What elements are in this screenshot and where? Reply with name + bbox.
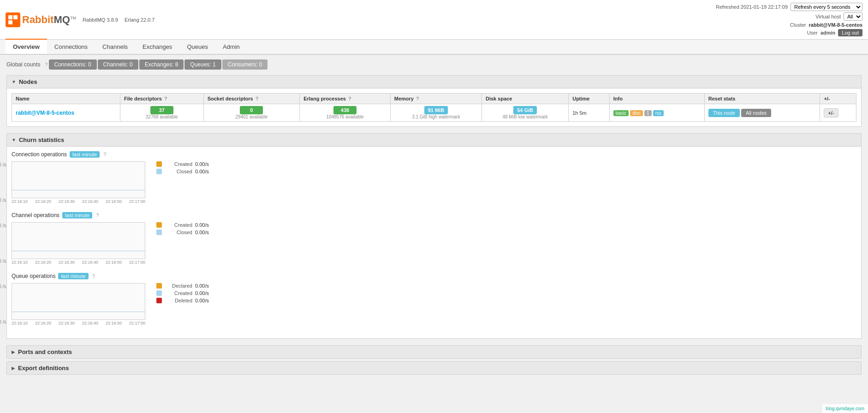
q-deleted-label: Deleted <box>165 298 192 303</box>
chan-y-top: 1.0 /s <box>0 223 6 228</box>
queue-ops-tag: last minute <box>58 273 88 279</box>
created-color <box>156 161 162 167</box>
q-y-bot: 0.0 /s <box>0 319 6 324</box>
ports-section: ▶ Ports and contexts <box>6 345 862 359</box>
tab-overview[interactable]: Overview <box>6 39 47 54</box>
conn-x-labels: 22:16:10 22:16:20 22:16:30 22:16:40 22:1… <box>12 199 145 204</box>
connections-badge[interactable]: Connections: 0 <box>49 59 97 70</box>
disk-sub: 48 MiB low watermark <box>486 114 565 119</box>
chan-created-value: 0.00/s <box>195 222 209 228</box>
vhost-select[interactable]: All <box>844 12 862 21</box>
tab-channels[interactable]: Channels <box>95 40 135 54</box>
logo-text: RabbitMQTM <box>22 14 76 26</box>
tab-exchanges[interactable]: Exchanges <box>135 40 179 54</box>
table-row: rabbit@VM-8-5-centos 37 32768 available … <box>12 104 856 122</box>
chart-watermark-line <box>12 190 145 190</box>
rabbitmq-version: RabbitMQ 3.8.9 <box>83 17 118 23</box>
chan-legend-created: Created 0.00/s <box>156 222 209 228</box>
export-section-header[interactable]: ▶ Export definitions <box>7 362 861 374</box>
tag-1: 1 <box>644 110 652 116</box>
main-content: Global counts ? Connections: 0 Channels:… <box>0 55 868 382</box>
churn-section: ▼ Churn statistics Connection operations… <box>6 133 862 339</box>
logo: RabbitMQTM <box>6 12 76 27</box>
ports-section-header[interactable]: ▶ Ports and contexts <box>7 346 861 358</box>
churn-section-header[interactable]: ▼ Churn statistics <box>7 134 861 147</box>
tab-admin[interactable]: Admin <box>215 40 247 54</box>
socket-desc-cell: 0 29401 available <box>203 104 300 122</box>
conn-y-top: 1.0 /s <box>0 162 6 167</box>
col-uptime: Uptime <box>569 94 610 104</box>
q-declared-value: 0.00/s <box>195 283 209 289</box>
user-row: User admin Log out <box>807 29 862 36</box>
queue-ops-block: Queue operations last minute ? 1.0 /s 0.… <box>12 273 856 325</box>
global-counts-help[interactable]: ? <box>45 62 48 67</box>
uptime-value: 1h 5m <box>572 110 587 116</box>
erlang-version: Erlang 22.0.7 <box>125 17 155 23</box>
queue-ops-layout: 1.0 /s 0.0 /s 22:16:10 22:16:20 22:16:30… <box>12 283 856 325</box>
erlang-proc-sub: 1048576 available <box>303 114 386 119</box>
q-y-top: 1.0 /s <box>0 284 6 289</box>
nodes-section-header[interactable]: ▼ Nodes <box>7 76 861 88</box>
consumers-badge[interactable]: Consumers: 0 <box>222 59 268 70</box>
chan-legend-closed: Closed 0.00/s <box>156 230 209 235</box>
tab-connections[interactable]: Connections <box>47 40 95 54</box>
churn-section-body: Connection operations last minute ? 1.0 … <box>7 147 861 338</box>
queue-ops-help[interactable]: ? <box>92 273 95 279</box>
churn-section-title: Churn statistics <box>19 136 64 143</box>
chan-created-label: Created <box>165 222 192 228</box>
connection-ops-tag: last minute <box>70 151 100 158</box>
erlang-proc-cell: 438 1048576 available <box>300 104 391 122</box>
ports-section-title: Ports and contexts <box>18 348 72 355</box>
chart-watermark-line2 <box>12 251 145 251</box>
logout-button[interactable]: Log out <box>838 29 862 36</box>
chan-x-labels: 22:16:10 22:16:20 22:16:30 22:16:40 22:1… <box>12 260 145 265</box>
legend-closed: Closed 0.00/s <box>156 169 209 174</box>
channel-ops-help[interactable]: ? <box>96 212 99 218</box>
export-arrow: ▶ <box>12 366 15 371</box>
col-memory: Memory ? <box>390 94 482 104</box>
socket-desc-sub: 29401 available <box>208 114 296 119</box>
legend-created: Created 0.00/s <box>156 161 209 167</box>
chan-closed-value: 0.00/s <box>195 230 209 235</box>
nodes-section-title: Nodes <box>19 78 37 85</box>
q-declared-label: Declared <box>165 283 192 289</box>
user-label: User <box>807 30 818 35</box>
cluster-row: Cluster rabbit@VM-8-5-centos <box>790 22 862 28</box>
info-cell: basic disc 1 rss <box>609 104 704 122</box>
created-value: 0.00/s <box>195 161 209 167</box>
connection-ops-block: Connection operations last minute ? 1.0 … <box>12 151 856 204</box>
memory-cell: 91 MiB 3.1 GiB high watermark <box>390 104 482 122</box>
node-name[interactable]: rabbit@VM-8-5-centos <box>16 110 74 116</box>
queue-legend: Declared 0.00/s Created 0.00/s Deleted 0… <box>156 283 209 305</box>
tag-basic: basic <box>613 110 629 116</box>
refresh-select[interactable]: Refresh every 5 seconds Refresh every 10… <box>791 3 862 11</box>
q-created-value: 0.00/s <box>195 290 209 296</box>
queues-badge[interactable]: Queues: 1 <box>184 59 221 70</box>
svg-rect-0 <box>8 15 12 19</box>
all-nodes-button[interactable]: All nodes <box>741 109 771 117</box>
cluster-value: rabbit@VM-8-5-centos <box>809 22 862 28</box>
global-counts-bar: Global counts ? Connections: 0 Channels:… <box>6 59 862 70</box>
col-info: Info <box>609 94 704 104</box>
connection-ops-label: Connection operations <box>12 151 67 158</box>
closed-label: Closed <box>165 169 192 174</box>
channels-badge[interactable]: Channels: 0 <box>98 59 138 70</box>
queue-ops-label: Queue operations <box>12 273 55 279</box>
channel-ops-block: Channel operations last minute ? 1.0 /s … <box>12 212 856 265</box>
channel-chart-wrapper: 1.0 /s 0.0 /s 22:16:10 22:16:20 22:16:30… <box>12 222 145 265</box>
exchanges-badge[interactable]: Exchanges: 8 <box>139 59 184 70</box>
created-label: Created <box>165 161 192 167</box>
channel-ops-title: Channel operations last minute ? <box>12 212 856 218</box>
cluster-label: Cluster <box>790 22 806 28</box>
plusminus-button[interactable]: +/- <box>824 108 838 118</box>
global-counts-label: Global counts <box>6 61 40 68</box>
socket-desc-value: 0 <box>240 106 263 114</box>
queue-chart-wrapper: 1.0 /s 0.0 /s 22:16:10 22:16:20 22:16:30… <box>12 283 145 325</box>
erlang-proc-value: 438 <box>333 106 357 114</box>
disk-value: 54 GiB <box>513 106 537 114</box>
tab-queues[interactable]: Queues <box>179 40 215 54</box>
channel-chart <box>12 222 145 259</box>
connection-ops-help[interactable]: ? <box>103 152 106 157</box>
col-reset: Reset stats <box>704 94 820 104</box>
this-node-button[interactable]: This node <box>708 109 740 117</box>
